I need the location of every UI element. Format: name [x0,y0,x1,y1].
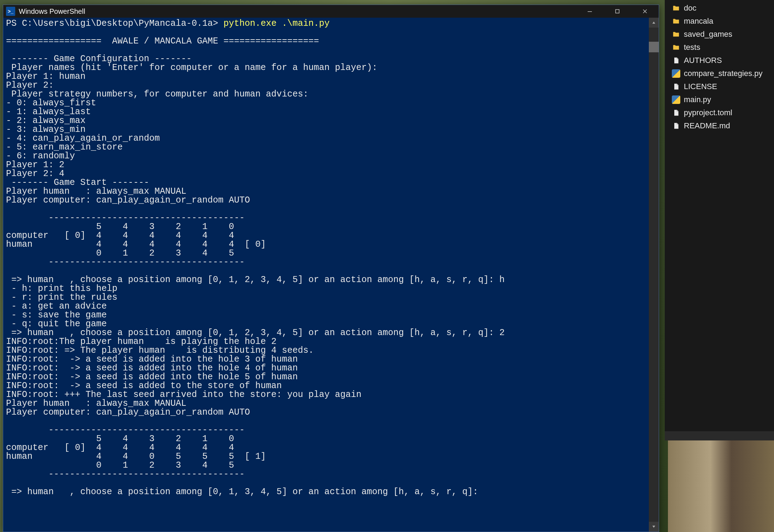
file-row-mancala[interactable]: mancala [665,14,774,28]
file-icon [672,122,680,130]
python-file-icon [672,95,680,104]
file-label: LICENSE [684,82,717,91]
folder-icon [672,30,680,39]
file-icon [672,56,680,65]
svg-marker-4 [652,22,655,24]
file-row-authors[interactable]: AUTHORS [665,54,774,67]
file-label: AUTHORS [684,56,722,65]
window-controls [576,5,659,18]
file-icon [672,109,680,117]
titlebar[interactable]: >_ Windows PowerShell [3,5,659,18]
file-label: mancala [684,17,713,26]
vertical-scrollbar[interactable] [649,18,659,532]
scrollbar-thumb[interactable] [649,42,659,52]
powershell-icon-glyph: >_ [8,8,13,14]
file-row-saved_games[interactable]: saved_games [665,28,774,41]
powershell-icon: >_ [6,7,15,16]
file-icon [672,82,680,91]
terminal-body[interactable]: PS C:\Users\bigi\Desktop\PyMancala-0.1a>… [3,18,659,532]
folder-icon [672,4,680,12]
file-label: saved_games [684,30,732,39]
scroll-up-button[interactable] [649,18,659,28]
prompt-path: PS C:\Users\bigi\Desktop\PyMancala-0.1a> [6,18,223,29]
file-row-readme-md[interactable]: README.md [665,119,774,132]
terminal-output: PS C:\Users\bigi\Desktop\PyMancala-0.1a>… [6,19,656,496]
file-label: README.md [684,121,730,130]
file-explorer-panel: docmancalasaved_gamestestsAUTHORScompare… [665,0,774,431]
file-label: doc [684,4,696,13]
powershell-window: >_ Windows PowerShell PS C:\Users\bigi\D… [3,5,659,532]
scroll-down-button[interactable] [649,522,659,532]
python-file-icon [672,69,680,78]
svg-rect-1 [616,10,619,13]
file-row-compare_strategies-py[interactable]: compare_strategies.py [665,67,774,80]
folder-icon [672,17,680,25]
close-button[interactable] [631,5,659,18]
file-row-main-py[interactable]: main.py [665,93,774,106]
file-row-pyproject-toml[interactable]: pyproject.toml [665,106,774,119]
window-title: Windows PowerShell [19,7,576,16]
file-label: tests [684,43,700,52]
file-label: compare_strategies.py [684,69,763,78]
svg-rect-0 [588,11,592,12]
maximize-button[interactable] [604,5,631,18]
minimize-button[interactable] [576,5,604,18]
explorer-divider [665,431,774,440]
folder-icon [672,43,680,52]
svg-marker-5 [652,526,655,528]
file-row-doc[interactable]: doc [665,1,774,14]
file-row-tests[interactable]: tests [665,41,774,54]
file-row-license[interactable]: LICENSE [665,80,774,93]
terminal-lines: ================== AWALE / MANCALA GAME … [6,36,505,497]
file-label: pyproject.toml [684,108,732,117]
scrollbar-track[interactable] [649,28,659,522]
file-label: main.py [684,95,711,104]
prompt-command: python.exe .\main.py [223,18,330,29]
